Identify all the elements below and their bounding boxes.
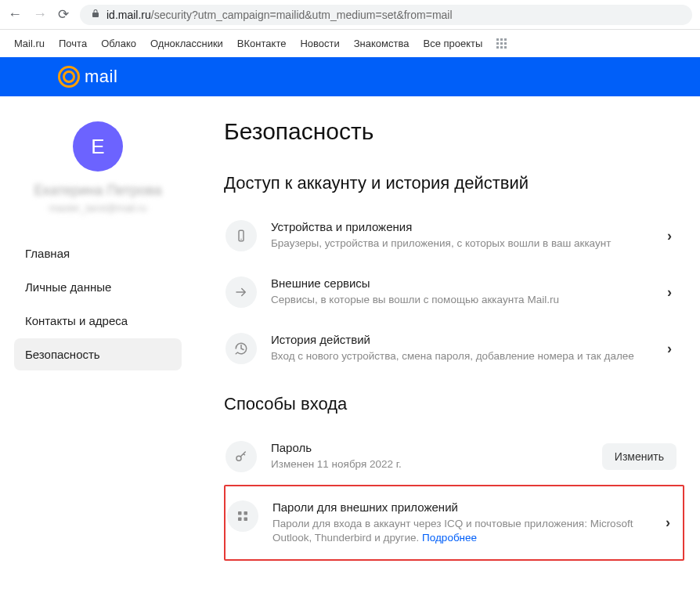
sidebar-item-main[interactable]: Главная <box>14 237 182 269</box>
reload-button[interactable]: ⟳ <box>58 6 69 23</box>
sidebar: Е Екатерина Петрова master_tarot@mail.ru… <box>0 96 196 576</box>
topbar-link-all[interactable]: Все проекты <box>423 38 482 49</box>
row-password-title: Пароль <box>271 441 588 454</box>
row-external-services[interactable]: Внешние сервисы Сервисы, в которые вы во… <box>224 264 684 320</box>
address-bar[interactable]: id.mail.ru/security?utm_campaign=mailid&… <box>80 5 692 25</box>
device-icon <box>226 220 257 251</box>
lock-icon <box>91 9 100 20</box>
portal-topbar: Mail.ru Почта Облако Одноклассники ВКонт… <box>0 30 700 57</box>
learn-more-link[interactable]: Подробнее <box>422 532 477 544</box>
svg-point-1 <box>240 239 242 240</box>
topbar-link-mailru[interactable]: Mail.ru <box>14 38 45 49</box>
sidebar-item-personal[interactable]: Личные данные <box>14 271 182 303</box>
main-content: Безопасность Доступ к аккаунту и история… <box>196 96 700 576</box>
row-password-sub: Изменен 11 ноября 2022 г. <box>271 457 588 471</box>
forward-button[interactable]: → <box>33 6 47 23</box>
svg-rect-5 <box>238 518 242 522</box>
grid-icon <box>227 500 258 532</box>
chevron-right-icon: › <box>662 228 677 244</box>
topbar-link-dating[interactable]: Знакомства <box>354 38 410 49</box>
row-devices-title: Устройства и приложения <box>271 220 648 233</box>
brand-header: mail <box>0 57 700 96</box>
topbar-link-ok[interactable]: Одноклассники <box>150 38 223 49</box>
logo-text: mail <box>85 67 117 87</box>
row-history-title: История действий <box>271 333 648 346</box>
chevron-right-icon: › <box>662 284 677 301</box>
svg-rect-3 <box>238 511 242 515</box>
url-text: id.mail.ru/security?utm_campaign=mailid&… <box>106 9 453 21</box>
chevron-right-icon: › <box>661 515 675 531</box>
mail-logo[interactable]: mail <box>58 66 117 88</box>
row-external-title: Внешние сервисы <box>271 276 648 290</box>
browser-toolbar: ← → ⟳ id.mail.ru/security?utm_campaign=m… <box>0 0 700 30</box>
chevron-right-icon: › <box>662 341 677 357</box>
row-app-passwords[interactable]: Пароли для внешних приложений Пароли для… <box>226 488 683 558</box>
highlight-app-passwords: Пароли для внешних приложений Пароли для… <box>224 485 684 561</box>
topbar-link-cloud[interactable]: Облако <box>101 38 136 49</box>
avatar[interactable]: Е <box>73 121 123 172</box>
sidebar-item-contacts[interactable]: Контакты и адреса <box>14 305 182 337</box>
row-app-passwords-sub: Пароли для входа в аккаунт через ICQ и п… <box>272 517 647 545</box>
topbar-link-vk[interactable]: ВКонтакте <box>237 38 287 49</box>
section-access-heading: Доступ к аккаунту и история действий <box>224 173 684 193</box>
apps-grid-icon[interactable] <box>496 38 507 49</box>
at-icon <box>58 66 80 88</box>
page-title: Безопасность <box>224 118 684 145</box>
sidebar-item-security[interactable]: Безопасность <box>14 338 182 370</box>
user-name: Екатерина Петрова <box>14 182 182 199</box>
change-password-button[interactable]: Изменить <box>602 443 677 470</box>
back-button[interactable]: ← <box>8 6 22 23</box>
row-history-sub: Вход с нового устройства, смена пароля, … <box>271 349 648 363</box>
row-devices-sub: Браузеры, устройства и приложения, с кот… <box>271 237 648 251</box>
arrow-right-icon <box>226 276 257 308</box>
sidebar-menu: Главная Личные данные Контакты и адреса … <box>14 237 182 370</box>
row-external-sub: Сервисы, в которые вы вошли с помощью ак… <box>271 293 648 307</box>
key-icon <box>226 441 257 472</box>
topbar-link-news[interactable]: Новости <box>300 38 339 49</box>
row-history[interactable]: История действий Вход с нового устройств… <box>224 320 684 377</box>
svg-rect-6 <box>244 518 248 522</box>
user-email: master_tarot@mail.ru <box>14 202 182 214</box>
history-icon <box>226 333 257 364</box>
svg-rect-4 <box>244 511 248 515</box>
row-devices[interactable]: Устройства и приложения Браузеры, устрой… <box>224 208 684 264</box>
section-login-heading: Способы входа <box>224 394 684 414</box>
row-password[interactable]: Пароль Изменен 11 ноября 2022 г. Изменит… <box>224 428 684 485</box>
row-app-passwords-title: Пароли для внешних приложений <box>272 500 647 514</box>
topbar-link-mail[interactable]: Почта <box>59 38 87 49</box>
